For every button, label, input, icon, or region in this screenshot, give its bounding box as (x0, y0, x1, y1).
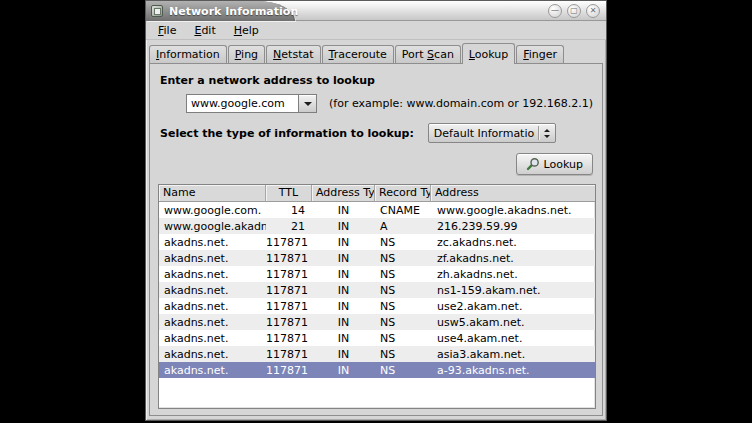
table-row[interactable]: www.google.com.14INCNAMEwww.google.akadn… (159, 202, 595, 218)
chevron-down-icon (304, 102, 312, 106)
spinner-arrows-icon (544, 129, 550, 138)
window-menu-icon[interactable] (151, 5, 163, 17)
tab-netstat[interactable]: Netstat (266, 45, 320, 63)
menu-help[interactable]: Help (225, 22, 268, 39)
table-cell: IN (312, 220, 375, 233)
tab-port-scan[interactable]: Port Scan (395, 45, 461, 63)
column-header-ttl[interactable]: TTL (266, 185, 312, 202)
table-cell: zf.akadns.net. (431, 252, 595, 265)
option-separator (538, 126, 539, 140)
table-cell: IN (312, 348, 375, 361)
address-label: Enter a network address to lookup (160, 74, 596, 87)
table-cell: NS (375, 252, 431, 265)
menu-file[interactable]: File (149, 22, 185, 39)
magnifier-icon (526, 157, 540, 171)
table-row[interactable]: akadns.net.117871INNSa-93.akadns.net. (159, 362, 595, 378)
table-cell: www.google.akadns.net. (431, 204, 595, 217)
lookup-tab-page: Enter a network address to lookup www.go… (149, 63, 603, 416)
table-cell: NS (375, 316, 431, 329)
table-cell: 117871 (266, 332, 312, 345)
table-cell: IN (312, 204, 375, 217)
tab-finger[interactable]: Finger (516, 45, 564, 63)
table-cell: akadns.net. (159, 332, 266, 345)
table-cell: IN (312, 236, 375, 249)
type-label: Select the type of information to lookup… (160, 127, 414, 140)
table-cell: akadns.net. (159, 364, 266, 377)
table-row[interactable]: www.google.akadns.net.21INA216.239.59.99 (159, 218, 595, 234)
address-combo: www.google.com (186, 94, 317, 113)
table-cell: akadns.net. (159, 252, 266, 265)
table-cell: IN (312, 364, 375, 377)
address-combo-row: www.google.com (for example: www.domain.… (186, 94, 596, 113)
table-cell: 117871 (266, 236, 312, 249)
table-cell: akadns.net. (159, 284, 266, 297)
network-information-window: Network Information — ▢ ✕ FileEditHelp I… (145, 0, 607, 421)
table-cell: ns1-159.akam.net. (431, 284, 595, 297)
close-icon[interactable]: ✕ (586, 4, 600, 18)
column-header-name[interactable]: Name (159, 185, 266, 202)
table-cell: use2.akam.net. (431, 300, 595, 313)
tab-ping[interactable]: Ping (228, 45, 265, 63)
table-cell: akadns.net. (159, 268, 266, 281)
tab-strip: InformationPingNetstatTraceroutePort Sca… (146, 40, 606, 63)
table-row[interactable]: akadns.net.117871INNSzh.akadns.net. (159, 266, 595, 282)
table-cell: akadns.net. (159, 316, 266, 329)
table-cell: IN (312, 316, 375, 329)
address-input[interactable]: www.google.com (186, 94, 298, 113)
table-cell: NS (375, 300, 431, 313)
table-cell: 117871 (266, 316, 312, 329)
table-header: NameTTLAddress TypeRecord TypeAddress (159, 185, 595, 202)
tab-lookup[interactable]: Lookup (462, 43, 515, 64)
address-hint: (for example: www.domain.com or 192.168.… (329, 97, 593, 110)
column-header-address[interactable]: Address (431, 185, 595, 202)
column-header-record-type[interactable]: Record Type (375, 185, 431, 202)
address-dropdown-button[interactable] (298, 94, 317, 113)
lookup-button[interactable]: Lookup (516, 153, 593, 175)
table-cell: NS (375, 236, 431, 249)
table-row[interactable]: akadns.net.117871INNSzc.akadns.net. (159, 234, 595, 250)
table-row[interactable]: akadns.net.117871INNSusw5.akam.net. (159, 314, 595, 330)
table-row[interactable]: akadns.net.117871INNSasia3.akam.net. (159, 346, 595, 362)
table-row[interactable]: akadns.net.117871INNSuse2.akam.net. (159, 298, 595, 314)
table-body: www.google.com.14INCNAMEwww.google.akadn… (159, 202, 595, 408)
table-cell: NS (375, 348, 431, 361)
button-row: Lookup (158, 153, 593, 175)
table-row[interactable]: akadns.net.117871INNSzf.akadns.net. (159, 250, 595, 266)
tab-information[interactable]: Information (149, 45, 227, 63)
table-cell: asia3.akam.net. (431, 348, 595, 361)
table-cell: NS (375, 268, 431, 281)
results-table: NameTTLAddress TypeRecord TypeAddress ww… (158, 184, 596, 409)
table-cell: usw5.akam.net. (431, 316, 595, 329)
column-header-address-type[interactable]: Address Type (312, 185, 375, 202)
table-cell: NS (375, 284, 431, 297)
table-cell: IN (312, 284, 375, 297)
table-cell: zc.akadns.net. (431, 236, 595, 249)
table-cell: 117871 (266, 364, 312, 377)
table-cell: IN (312, 268, 375, 281)
table-cell: NS (375, 364, 431, 377)
table-cell: 117871 (266, 284, 312, 297)
table-cell: CNAME (375, 204, 431, 217)
table-cell: 117871 (266, 252, 312, 265)
window-title: Network Information (169, 5, 298, 18)
type-select[interactable]: Default Information (428, 123, 556, 143)
type-row: Select the type of information to lookup… (160, 123, 596, 143)
table-row[interactable]: akadns.net.117871INNSuse4.akam.net. (159, 330, 595, 346)
table-cell: IN (312, 300, 375, 313)
table-cell: IN (312, 332, 375, 345)
table-cell: akadns.net. (159, 236, 266, 249)
table-cell: NS (375, 332, 431, 345)
tab-traceroute[interactable]: Traceroute (322, 45, 394, 63)
titlebar[interactable]: Network Information — ▢ ✕ (146, 1, 606, 21)
type-selected-value: Default Information (434, 127, 535, 140)
minimize-icon[interactable]: — (548, 4, 562, 18)
table-cell: IN (312, 252, 375, 265)
table-row[interactable]: akadns.net.117871INNSns1-159.akam.net. (159, 282, 595, 298)
menubar: FileEditHelp (146, 21, 606, 40)
table-cell: 216.239.59.99 (431, 220, 595, 233)
table-cell: www.google.com. (159, 204, 266, 217)
menu-edit[interactable]: Edit (185, 22, 224, 39)
table-cell: 117871 (266, 348, 312, 361)
maximize-icon[interactable]: ▢ (567, 4, 581, 18)
table-cell: 21 (266, 220, 312, 233)
